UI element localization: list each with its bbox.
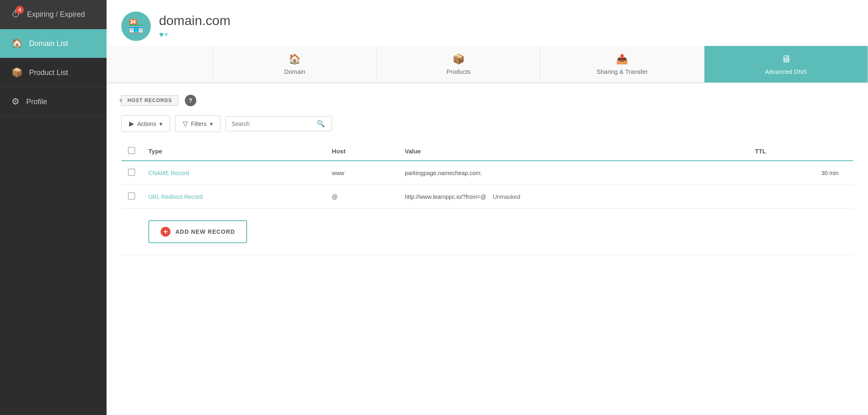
row2-checkbox-cell (121, 185, 142, 209)
row2-ttl (748, 185, 853, 209)
col-type: Type (142, 142, 325, 161)
add-record-cell: + ADD NEW RECORD (121, 209, 853, 255)
row2-host: @ (325, 185, 398, 209)
box-icon: 📦 (11, 67, 23, 78)
expiring-badge: 4 (16, 6, 24, 14)
row1-checkbox-cell (121, 161, 142, 185)
tab-domain-label: Domain (284, 68, 305, 75)
sidebar: ⏱ Expiring / Expired 4 🏠 Domain List 📦 P… (0, 0, 107, 415)
actions-chevron-icon: ▾ (159, 121, 162, 127)
tab-bar: 🏠 Domain 📦 Products 📤 Sharing & Transfer… (107, 46, 868, 83)
table-row: CNAME Record www parkingpage.namecheap.c… (121, 161, 853, 185)
add-icon: + (161, 227, 170, 237)
filters-chevron-icon: ▾ (210, 121, 213, 127)
domain-avatar-icon: 🏪 (128, 18, 144, 34)
sidebar-item-domain-label: Domain List (29, 39, 68, 48)
toolbar: ▶ Actions ▾ ▽ Filters ▾ 🔍 (121, 115, 853, 132)
actions-label: Actions (137, 121, 156, 127)
table-header-row: Type Host Value TTL (121, 142, 853, 161)
domain-avatar: 🏪 (121, 11, 151, 41)
row1-ttl: 30 min (748, 161, 853, 185)
actions-button[interactable]: ▶ Actions ▾ (121, 115, 170, 132)
add-new-record-button[interactable]: + ADD NEW RECORD (148, 220, 247, 243)
row2-type: URL Redirect Record (142, 185, 325, 209)
section-badge: HOST RECORDS (121, 95, 178, 106)
select-all-checkbox[interactable] (128, 147, 135, 154)
sidebar-item-expiring[interactable]: ⏱ Expiring / Expired 4 (0, 0, 107, 29)
row2-value: http://www.learnppc.io/?from=@ Unmasked (398, 185, 748, 209)
dns-table: Type Host Value TTL CNAME Record www par… (121, 142, 853, 255)
tab-empty (107, 46, 213, 82)
col-host: Host (325, 142, 398, 161)
tab-dns-icon: 🖥 (781, 53, 791, 65)
tab-domain-icon: 🏠 (289, 53, 301, 65)
tab-sharing-label: Sharing & Transfer (597, 68, 648, 75)
sidebar-item-profile-label: Profile (26, 98, 47, 106)
gear-icon: ⚙ (11, 96, 20, 107)
col-value: Value (398, 142, 748, 161)
row1-value: parkingpage.namecheap.com. (398, 161, 748, 185)
search-input[interactable] (232, 121, 314, 127)
col-checkbox (121, 142, 142, 161)
search-box: 🔍 (225, 116, 332, 131)
filters-button[interactable]: ▽ Filters ▾ (175, 115, 220, 132)
section-header: HOST RECORDS ? (121, 95, 853, 106)
main-content: 🏪 domain.com ♥+ 🏠 Domain 📦 Products 📤 Sh… (107, 0, 868, 415)
filter-icon: ▽ (183, 120, 188, 128)
tab-domain[interactable]: 🏠 Domain (213, 46, 377, 82)
tab-sharing-icon: 📤 (616, 53, 628, 65)
table-row: URL Redirect Record @ http://www.learnpp… (121, 185, 853, 209)
row1-checkbox[interactable] (128, 169, 135, 176)
sidebar-item-profile[interactable]: ⚙ Profile (0, 87, 107, 116)
help-icon[interactable]: ? (185, 95, 196, 106)
search-icon: 🔍 (317, 120, 325, 128)
sidebar-item-product-list[interactable]: 📦 Product List (0, 58, 107, 87)
favorite-icon[interactable]: ♥+ (159, 30, 230, 39)
sidebar-item-expiring-label: Expiring / Expired (27, 10, 85, 19)
tab-products-icon: 📦 (452, 53, 465, 65)
dns-content: HOST RECORDS ? ▶ Actions ▾ ▽ Filters ▾ 🔍 (107, 83, 868, 415)
sidebar-item-product-label: Product List (29, 68, 68, 77)
row1-type: CNAME Record (142, 161, 325, 185)
tab-advanced-dns-label: Advanced DNS (765, 68, 807, 75)
play-icon: ▶ (129, 120, 134, 128)
row1-host: www (325, 161, 398, 185)
add-record-label: ADD NEW RECORD (175, 228, 235, 235)
col-ttl: TTL (748, 142, 853, 161)
tab-products[interactable]: 📦 Products (377, 46, 541, 82)
tab-sharing[interactable]: 📤 Sharing & Transfer (541, 46, 704, 82)
sidebar-item-domain-list[interactable]: 🏠 Domain List (0, 29, 107, 58)
tab-advanced-dns[interactable]: 🖥 Advanced DNS (704, 46, 868, 82)
row2-checkbox[interactable] (128, 192, 135, 200)
home-icon: 🏠 (11, 38, 23, 49)
tab-products-label: Products (446, 68, 470, 75)
add-record-row-container: + ADD NEW RECORD (121, 209, 853, 255)
domain-header: 🏪 domain.com ♥+ (107, 0, 868, 46)
domain-name: domain.com (159, 13, 230, 28)
filters-label: Filters (191, 121, 207, 127)
domain-info: domain.com ♥+ (159, 13, 230, 39)
